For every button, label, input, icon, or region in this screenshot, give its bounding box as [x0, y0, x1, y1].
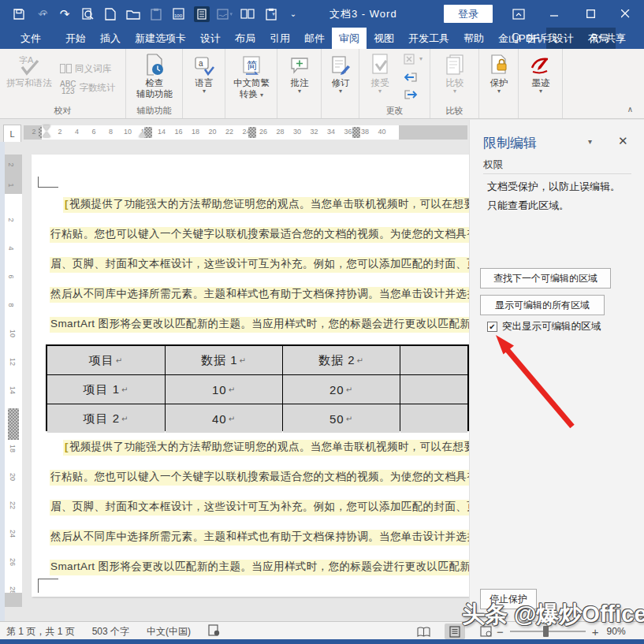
tab-8[interactable]: 审阅: [332, 28, 367, 49]
ruler-table-marker[interactable]: [352, 127, 360, 138]
hanging-indent-marker[interactable]: [43, 132, 50, 137]
vertical-ruler[interactable]: 2 1 2468101214182022242628: [5, 154, 22, 621]
ruler-number: 8: [7, 303, 15, 307]
print-preview-icon[interactable]: [80, 6, 95, 22]
table-cell[interactable]: 40↵: [166, 404, 282, 433]
previous-change-icon: [404, 71, 418, 83]
ruler-number: 10: [9, 329, 17, 337]
share-button[interactable]: 共享: [590, 28, 626, 49]
table-cell[interactable]: 20↵: [283, 375, 400, 404]
word-count-indicator[interactable]: 503 个字: [92, 625, 129, 638]
zoom-slider[interactable]: [510, 631, 586, 632]
screenshot-100-icon[interactable]: 100: [171, 6, 187, 22]
find-next-editable-region-button[interactable]: 查找下一个可编辑的区域: [480, 268, 611, 288]
paragraph-line[interactable]: 眉、页脚、封面和文本框设计，这些设计可互为补充。例如，您可以添加匹配的封面、页眉…: [50, 257, 469, 273]
ink-button[interactable]: 墨迹 ▾: [525, 52, 557, 95]
table-cell[interactable]: [400, 346, 467, 374]
paragraph-line[interactable]: 眉、页脚、封面和文本框设计，这些设计可互为补充。例如，您可以添加匹配的封面、页眉…: [50, 500, 469, 516]
editable-region-bracket: [: [63, 440, 69, 456]
save-icon[interactable]: [11, 6, 27, 22]
paragraph-line[interactable]: [视频提供了功能强大的方法帮助您证明您的观点。当您单击联机视频时，可以在想要添加…: [63, 440, 469, 456]
document-page[interactable]: [视频提供了功能强大的方法帮助您证明您的观点。当您单击联机视频时，可以在想要添加…: [32, 154, 469, 597]
paragraph-line[interactable]: [视频提供了功能强大的方法帮助您证明您的观点。当您单击联机视频时，可以在想要添加…: [63, 197, 469, 213]
tab-3[interactable]: 新建选项卡: [128, 28, 193, 49]
qat-more-icon[interactable]: ⌄: [285, 6, 301, 22]
tab-2[interactable]: 插入: [93, 28, 128, 49]
language-indicator[interactable]: 中文(中国): [147, 625, 191, 638]
chinese-conversion-button[interactable]: 简 中文简繁 转换 ▾: [227, 52, 276, 99]
paragraph-line[interactable]: 行粘贴。您也可以键入一个关键字以联机搜索最适合您的文档的视频。为使您的文档具有专…: [50, 470, 469, 486]
ruler-table-marker[interactable]: [248, 127, 256, 138]
table-cell[interactable]: 数据 1↵: [166, 346, 282, 374]
track-changes-button[interactable]: 修订 ▾: [325, 52, 356, 95]
ruler-number: 38: [361, 128, 369, 136]
page-indicator[interactable]: 第 1 页，共 1 页: [6, 625, 75, 638]
horizontal-ruler[interactable]: 2 246810121416182022242628303234363840: [24, 125, 467, 140]
login-button[interactable]: 登录: [444, 5, 493, 23]
paragraph-line[interactable]: 然后从不同库中选择所需元素。主题和样式也有助于文档保持协调。当您单击设计并选择新…: [50, 530, 469, 545]
close-button[interactable]: [607, 0, 643, 28]
ruler-margin-section: 2 1: [5, 154, 22, 194]
group-label: 校对: [0, 105, 125, 117]
table-cell[interactable]: 10↵: [166, 375, 282, 404]
collapse-ribbon-icon[interactable]: ∧: [627, 105, 633, 114]
table-cell[interactable]: 项目 1↵: [47, 375, 165, 404]
pane-dropdown-icon[interactable]: ▾: [588, 137, 592, 146]
tab-10[interactable]: 开发工具: [401, 28, 456, 49]
document-table[interactable]: 项目↵ 数据 1↵ 数据 2↵ 项目 1↵ 10↵ 20↵ 项目 2↵ 40↵ …: [46, 344, 469, 431]
protect-button[interactable]: 保护 ▾: [483, 52, 515, 95]
annotation-red-arrow: [482, 323, 584, 437]
table-cell[interactable]: [400, 375, 467, 404]
two-pages-view-icon[interactable]: [240, 6, 255, 22]
table-cell[interactable]: [400, 404, 467, 433]
table-cell[interactable]: 数据 2↵: [283, 346, 400, 374]
minimize-button[interactable]: [536, 0, 572, 28]
tab-4[interactable]: 设计: [193, 28, 228, 49]
check-accessibility-button[interactable]: 检查 辅助功能: [131, 52, 178, 99]
end-of-cell-mark: ↵: [121, 385, 128, 394]
language-button[interactable]: a 语言 ▾: [187, 52, 221, 95]
tab-9[interactable]: 视图: [367, 28, 401, 49]
paragraph-line[interactable]: 行粘贴。您也可以键入一个关键字以联机搜索最适合您的文档的视频。为使您的文档具有专…: [50, 227, 469, 243]
lightbulb-icon: [511, 32, 521, 45]
macro-record-icon[interactable]: [208, 624, 220, 638]
tab-stop-selector[interactable]: L: [3, 125, 21, 143]
accept-icon: [370, 52, 390, 76]
next-change-icon: [404, 88, 418, 100]
paragraph-line[interactable]: SmartArt 图形将会更改以匹配新的主题。当应用样式时，您的标题会进行更改以…: [50, 317, 469, 333]
tab-7[interactable]: 邮件: [297, 28, 332, 49]
redo-icon[interactable]: ↷: [57, 6, 73, 22]
comments-button[interactable]: 批注 ▾: [284, 52, 315, 95]
indent-marker[interactable]: [139, 132, 147, 137]
table-cell[interactable]: 项目 2↵: [47, 404, 165, 433]
tell-me[interactable]: 告诉我: [511, 28, 557, 49]
previous-change-button[interactable]: [404, 69, 418, 84]
ruler-table-marker[interactable]: [8, 408, 19, 440]
paragraph-line[interactable]: 然后从不同库中选择所需元素。主题和样式也有助于文档保持协调。当您单击设计并选择新…: [50, 287, 469, 303]
open-icon[interactable]: [125, 6, 141, 22]
read-mode-icon[interactable]: [413, 624, 434, 639]
tab-6[interactable]: 引用: [262, 28, 297, 49]
paragraph-line[interactable]: SmartArt 图形将会更改以匹配新的主题。当应用样式时，您的标题会进行更改以…: [50, 560, 469, 575]
group-protect: 保护 ▾: [479, 49, 519, 118]
end-of-cell-mark: ↵: [229, 385, 236, 394]
outline-view-icon[interactable]: [194, 6, 210, 22]
clipboard-dropdown-icon[interactable]: ▾: [262, 6, 278, 22]
pane-close-icon[interactable]: ✕: [618, 134, 628, 148]
show-all-editable-regions-button[interactable]: 显示可编辑的所有区域: [480, 295, 605, 315]
table-cell[interactable]: 50↵: [283, 404, 400, 433]
maximize-button[interactable]: [572, 0, 609, 28]
ribbon-display-options-icon[interactable]: [501, 0, 537, 28]
first-line-indent-marker[interactable]: [43, 125, 50, 131]
protect-lock-icon: [489, 52, 509, 76]
table-cell[interactable]: 项目↵: [47, 346, 165, 374]
next-change-button[interactable]: [404, 87, 418, 101]
quick-access-toolbar: ↶▾ ↷ 100 ▾ ▾ ⌄: [0, 6, 301, 22]
new-document-icon[interactable]: [102, 6, 118, 22]
tab-5[interactable]: 布局: [228, 28, 262, 49]
tab-0[interactable]: 文件: [9, 28, 52, 49]
tab-1[interactable]: 开始: [58, 28, 93, 49]
tab-11[interactable]: 帮助: [456, 28, 491, 49]
word-count-icon: ABC123: [60, 80, 76, 95]
margin-corner-mark: [38, 177, 58, 188]
